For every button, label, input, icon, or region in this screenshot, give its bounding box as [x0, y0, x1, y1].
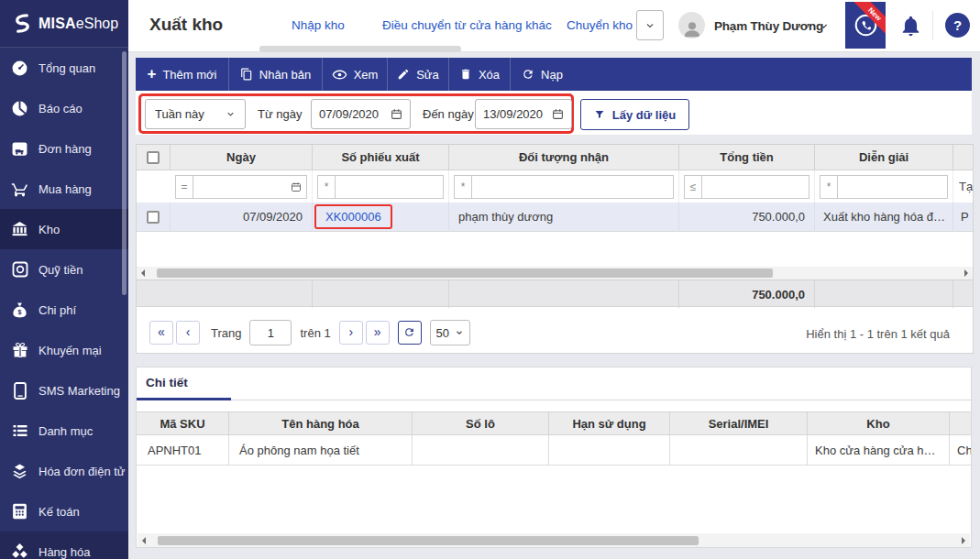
filter-cell-extra[interactable]: Tạ: [953, 170, 973, 203]
col-header-so-phieu-xuat[interactable]: Số phiếu xuất: [313, 145, 449, 170]
sidebar-item-don-hang[interactable]: Đơn hàng: [0, 128, 128, 169]
scrollbar-thumb[interactable]: [157, 269, 773, 278]
page-size-select[interactable]: 50: [430, 320, 470, 345]
button-label: Xem: [354, 68, 379, 82]
col-header-doi-tuong-nhan[interactable]: Đối tượng nhận: [449, 145, 679, 170]
col-header-dien-giai[interactable]: Diễn giải: [815, 145, 953, 170]
cell-serial: [670, 435, 808, 466]
load-data-label: Lấy dữ liệu: [612, 108, 676, 122]
col-header-tong-tien[interactable]: Tổng tiền: [679, 145, 815, 170]
tab-more-dropdown[interactable]: [636, 10, 664, 40]
summary-total: 750.000,0: [679, 280, 815, 308]
report-icon: [11, 99, 28, 117]
col-header-so-lo[interactable]: Số lô: [413, 412, 549, 434]
select-all-checkbox[interactable]: [147, 151, 160, 164]
cell-ten-hang: Áo phông nam họa tiết: [229, 435, 413, 466]
support-phone-button[interactable]: New: [845, 2, 886, 49]
detail-row[interactable]: APNHT01 Áo phông nam họa tiết Kho cửa hà…: [137, 435, 971, 466]
calendar-icon: [391, 108, 402, 120]
cell-doi-tuong: phạm thùy dương: [449, 203, 679, 232]
delete-button[interactable]: Xóa: [449, 58, 511, 91]
col-header-han-su-dung[interactable]: Hạn sử dụng: [549, 412, 670, 434]
col-header-kho[interactable]: Kho: [808, 412, 950, 434]
number-filter-input[interactable]: [702, 175, 809, 199]
grid-horizontal-scrollbar[interactable]: [137, 267, 973, 280]
cell-kho: Kho cửa hàng cửa h…: [808, 435, 950, 466]
filter-operator[interactable]: *: [317, 175, 336, 199]
load-data-button[interactable]: Lấy dữ liệu: [580, 99, 689, 130]
sidebar-item-kho[interactable]: Kho: [0, 209, 128, 249]
period-select[interactable]: Tuần này: [145, 99, 246, 129]
filter-operator[interactable]: ≤: [684, 175, 702, 199]
sidebar-item-ke-toan[interactable]: Kế toán: [0, 491, 128, 532]
filter-cell-so-phieu: *: [313, 170, 449, 203]
sms-icon: [11, 381, 28, 400]
scroll-right-arrow-icon[interactable]: [964, 269, 968, 277]
to-date-label: Đến ngày: [423, 107, 474, 121]
refresh-icon: [403, 326, 415, 338]
col-header-serial-imei[interactable]: Serial/IMEI: [670, 412, 808, 434]
refresh-grid-button[interactable]: [398, 321, 422, 345]
filter-operator[interactable]: *: [820, 175, 838, 199]
help-button[interactable]: ?: [945, 13, 970, 38]
sidebar-item-bao-cao[interactable]: Báo cáo: [0, 88, 128, 128]
stock-out-grid: Ngày Số phiếu xuất Đối tượng nhận Tổng t…: [136, 144, 974, 354]
sidebar-item-sms-marketing[interactable]: SMS Marketing: [0, 370, 128, 411]
last-page-button[interactable]: »: [366, 321, 390, 345]
text-filter-input[interactable]: [336, 175, 444, 199]
detail-horizontal-scrollbar[interactable]: [138, 533, 970, 547]
voucher-code-link[interactable]: XK000006: [325, 210, 381, 224]
prev-page-button[interactable]: ‹: [176, 321, 200, 345]
col-header-ten-hang-hoa[interactable]: Tên hàng hóa: [229, 412, 413, 434]
tab-nhap-kho[interactable]: Nhập kho: [292, 18, 345, 32]
period-value: Tuần này: [155, 107, 204, 121]
tab-chi-tiet[interactable]: Chi tiết: [137, 367, 231, 400]
filter-operator[interactable]: *: [454, 175, 472, 199]
user-name[interactable]: Phạm Thùy Dương: [714, 19, 823, 33]
user-menu-chevron-icon[interactable]: [818, 20, 830, 32]
app-logo[interactable]: MISAeShop: [0, 0, 128, 48]
filter-operator[interactable]: =: [175, 175, 193, 199]
tab-chuyen-kho[interactable]: Chuyển kho: [567, 18, 633, 32]
to-date-input[interactable]: 13/09/2020: [475, 99, 572, 129]
sidebar-item-mua-hang[interactable]: Mua hàng: [0, 169, 128, 209]
edit-button[interactable]: Sửa: [388, 58, 449, 91]
sidebar-item-danh-muc[interactable]: Danh mục: [0, 411, 128, 451]
sidebar-item-hoa-don-dien-tu[interactable]: Hóa đơn điện tử: [0, 451, 128, 491]
text-filter-input[interactable]: [838, 175, 948, 199]
sidebar-item-hang-hoa[interactable]: Hàng hóa: [0, 532, 128, 559]
sidebar-item-tong-quan[interactable]: Tổng quan: [0, 48, 128, 88]
row-checkbox[interactable]: [147, 211, 160, 224]
col-header-ma-sku[interactable]: Mã SKU: [137, 412, 229, 434]
scroll-left-arrow-icon[interactable]: [142, 537, 146, 544]
results-count: Hiển thị 1 - 1 trên 1 kết quả: [806, 327, 950, 341]
add-new-button[interactable]: + Thêm mới: [136, 58, 229, 91]
tab-dieu-chuyen[interactable]: Điều chuyển từ cửa hàng khác: [382, 18, 552, 32]
reload-button[interactable]: Nạp: [511, 58, 574, 91]
from-date-input[interactable]: 07/09/2020: [311, 99, 411, 129]
text-filter-input[interactable]: [472, 175, 674, 199]
view-button[interactable]: Xem: [323, 58, 388, 91]
page-number-input[interactable]: 1: [249, 320, 292, 345]
date-filter-input[interactable]: [193, 175, 307, 199]
tabs-scrollbar[interactable]: [259, 46, 461, 52]
scroll-right-arrow-icon[interactable]: [962, 537, 965, 544]
col-header-ngay[interactable]: Ngày: [171, 145, 313, 170]
person-icon: [682, 18, 702, 38]
next-page-button[interactable]: ›: [339, 321, 363, 345]
duplicate-button[interactable]: Nhân bản: [229, 58, 323, 91]
sidebar-item-quy-tien[interactable]: Quỹ tiền: [0, 249, 128, 290]
scroll-left-arrow-icon[interactable]: [141, 269, 145, 277]
scrollbar-thumb[interactable]: [158, 536, 699, 545]
sidebar-scrollbar[interactable]: [122, 51, 127, 295]
notifications-bell-icon[interactable]: [899, 15, 922, 38]
avatar[interactable]: [678, 12, 705, 38]
first-page-button[interactable]: «: [149, 321, 173, 345]
detail-tab-bar: Chi tiết: [137, 367, 971, 400]
select-all-cell: [137, 145, 171, 170]
cell-ngay: 07/09/2020: [171, 203, 313, 232]
calendar-icon: [552, 108, 564, 120]
sidebar-item-khuyen-mai[interactable]: Khuyến mại: [0, 330, 128, 370]
sidebar-item-chi-phi[interactable]: $ Chi phí: [0, 290, 128, 330]
table-row[interactable]: 07/09/2020 XK000006 phạm thùy dương 750.…: [137, 203, 973, 232]
